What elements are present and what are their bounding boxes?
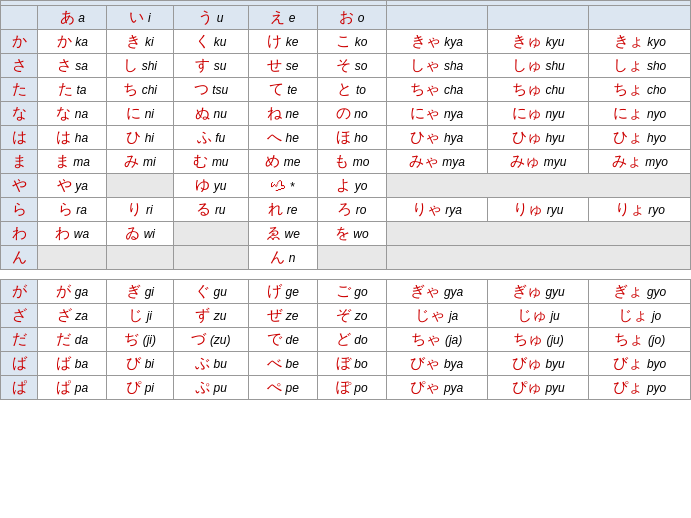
hiragana-cell: め me [248, 150, 317, 174]
hiragana-cell: ぼ bo [317, 352, 386, 376]
empty-duo [386, 174, 690, 198]
hiragana-cell: ぴょ pyo [589, 376, 691, 400]
row-label: ぱ [1, 376, 38, 400]
hiragana-cell: みょ myo [589, 150, 691, 174]
hiragana-cell: き ki [107, 30, 174, 54]
hiragana-cell: ちゃ cha [386, 78, 487, 102]
hiragana-cell: ら ra [38, 198, 107, 222]
hiragana-cell: も mo [317, 150, 386, 174]
hiragana-cell: ぱ pa [38, 376, 107, 400]
hiragana-cell: りょ ryo [589, 198, 691, 222]
hiragana-cell: さ sa [38, 54, 107, 78]
row-label: か [1, 30, 38, 54]
hiragana-cell: ぐ gu [173, 280, 248, 304]
hiragana-cell: ちゅ chu [488, 78, 589, 102]
table-row: ばば baび biぶ buべ beぼ boびゃ byaびゅ byuびょ byo [1, 352, 691, 376]
row-label: ざ [1, 304, 38, 328]
row-label: ん [1, 246, 38, 270]
hiragana-cell: じ ji [107, 304, 174, 328]
col-header-u: う u [173, 6, 248, 30]
hiragana-cell: びゃ bya [386, 352, 487, 376]
hiragana-cell: み mi [107, 150, 174, 174]
hiragana-cell: よ yo [317, 174, 386, 198]
hiragana-cell: こ ko [317, 30, 386, 54]
hiragana-cell: ぎゅ gyu [488, 280, 589, 304]
table-row: まま maみ miむ muめ meも moみゃ myaみゅ myuみょ myo [1, 150, 691, 174]
hiragana-cell: りゅ ryu [488, 198, 589, 222]
hiragana-cell: び bi [107, 352, 174, 376]
empty-cell [38, 246, 107, 270]
empty-cell [173, 246, 248, 270]
hiragana-cell: は ha [38, 126, 107, 150]
table-row: らら raり riる ruれ reろ roりゃ ryaりゅ ryuりょ ryo [1, 198, 691, 222]
row-label: は [1, 126, 38, 150]
table-row: わわ waゐ wiゑ weを wo [1, 222, 691, 246]
hiragana-cell: ぴゅ pyu [488, 376, 589, 400]
hiragana-chart: あ a い i う u え e お o かか kaき kiく kuけ keこ k… [0, 0, 691, 400]
hiragana-cell: しゅ shu [488, 54, 589, 78]
hiragana-cell: す su [173, 54, 248, 78]
row-label: ば [1, 352, 38, 376]
hiragana-cell: と to [317, 78, 386, 102]
col-header-a: あ a [38, 6, 107, 30]
col-header-yu [488, 6, 589, 30]
hiragana-cell: り ri [107, 198, 174, 222]
hiragana-cell: を wo [317, 222, 386, 246]
hiragana-cell: ゑ we [248, 222, 317, 246]
table-row: やや yaゆ yu𛀆 *よ yo [1, 174, 691, 198]
row-label: わ [1, 222, 38, 246]
row-label: さ [1, 54, 38, 78]
col-header-i: い i [107, 6, 174, 30]
hiragana-cell: に ni [107, 102, 174, 126]
hiragana-cell: ん n [248, 246, 317, 270]
hiragana-cell: ま ma [38, 150, 107, 174]
hiragana-cell: しゃ sha [386, 54, 487, 78]
row-label: だ [1, 328, 38, 352]
hiragana-cell: な na [38, 102, 107, 126]
row-label: ら [1, 198, 38, 222]
hiragana-cell: そ so [317, 54, 386, 78]
hiragana-cell: ち chi [107, 78, 174, 102]
hiragana-cell: げ ge [248, 280, 317, 304]
hiragana-cell: ろ ro [317, 198, 386, 222]
row-label: や [1, 174, 38, 198]
hiragana-cell: れ re [248, 198, 317, 222]
hiragana-cell: ぞ zo [317, 304, 386, 328]
hiragana-cell: く ku [173, 30, 248, 54]
hiragana-cell: か ka [38, 30, 107, 54]
empty-cell [317, 246, 386, 270]
hiragana-cell: 𛀆 * [248, 174, 317, 198]
col-header-e: え e [248, 6, 317, 30]
hiragana-cell: ちゃ (ja) [386, 328, 487, 352]
table-row: ぱぱ paぴ piぷ puぺ peぽ poぴゃ pyaぴゅ pyuぴょ pyo [1, 376, 691, 400]
table-row: なな naに niぬ nuね neの noにゃ nyaにゅ nyuにょ nyo [1, 102, 691, 126]
hiragana-cell: や ya [38, 174, 107, 198]
hiragana-cell: ひょ hyo [589, 126, 691, 150]
hiragana-cell: へ he [248, 126, 317, 150]
main-table-body: かか kaき kiく kuけ keこ koきゃ kyaきゅ kyuきょ kyoさ… [1, 30, 691, 270]
hiragana-cell: ひゅ hyu [488, 126, 589, 150]
hiragana-cell: む mu [173, 150, 248, 174]
table-row: だだ daぢ (ji)づ (zu)で deど doちゃ (ja)ちゅ (ju)ち… [1, 328, 691, 352]
hiragana-cell: びょ byo [589, 352, 691, 376]
hiragana-cell: にゅ nyu [488, 102, 589, 126]
hiragana-cell: が ga [38, 280, 107, 304]
hiragana-cell: た ta [38, 78, 107, 102]
hiragana-cell: きゅ kyu [488, 30, 589, 54]
hiragana-cell: りゃ rya [386, 198, 487, 222]
table-row: はは haひ hiふ fuへ heほ hoひゃ hyaひゅ hyuひょ hyo [1, 126, 691, 150]
hiragana-cell: ざ za [38, 304, 107, 328]
hiragana-cell: ね ne [248, 102, 317, 126]
hiragana-cell: ど do [317, 328, 386, 352]
hiragana-cell: ぴゃ pya [386, 376, 487, 400]
table-row: かか kaき kiく kuけ keこ koきゃ kyaきゅ kyuきょ kyo [1, 30, 691, 54]
hiragana-cell: にゃ nya [386, 102, 487, 126]
hiragana-cell: ひ hi [107, 126, 174, 150]
hiragana-cell: で de [248, 328, 317, 352]
hiragana-cell: け ke [248, 30, 317, 54]
hiragana-cell: ば ba [38, 352, 107, 376]
hiragana-cell: きょ kyo [589, 30, 691, 54]
hiragana-cell: ぢ (ji) [107, 328, 174, 352]
hiragana-cell: ぎょ gyo [589, 280, 691, 304]
col-header-o: お o [317, 6, 386, 30]
